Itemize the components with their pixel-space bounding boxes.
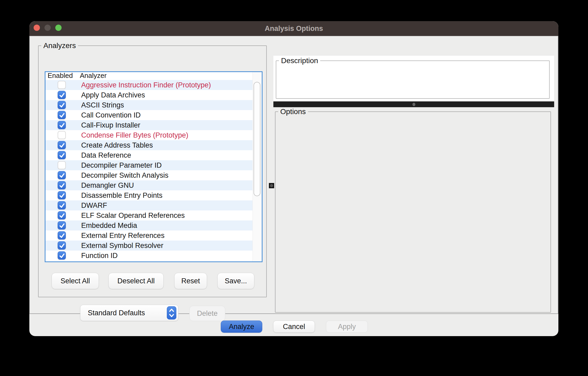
table-row[interactable]: Demangler GNU (45, 180, 253, 190)
analyzer-checkbox[interactable] (58, 131, 66, 139)
vertical-scrollbar[interactable] (252, 72, 262, 261)
table-row[interactable]: Apply Data Archives (45, 90, 253, 100)
table-row[interactable]: Function ID (45, 251, 253, 261)
dialog-content: Analyzers Enabled Analyzer Aggressive In… (29, 36, 558, 314)
deselect-all-button[interactable]: Deselect All (108, 273, 164, 289)
analyzer-checkbox[interactable] (58, 101, 66, 109)
analysis-options-dialog: Analysis Options Analyzers Enabled Analy… (29, 21, 558, 336)
analyzer-checkbox[interactable] (58, 81, 66, 89)
checkmark-icon (58, 191, 66, 200)
analyzer-name: Disassemble Entry Points (81, 191, 163, 200)
cancel-button[interactable]: Cancel (273, 321, 315, 333)
titlebar: Analysis Options (29, 21, 558, 36)
analyzer-name: External Symbol Resolver (81, 242, 163, 250)
table-row[interactable]: Call Convention ID (45, 110, 253, 120)
analyzer-checkbox[interactable] (58, 251, 66, 260)
table-row[interactable]: Aggressive Instruction Finder (Prototype… (45, 80, 253, 90)
analyzer-name: Function ID (81, 252, 118, 260)
analyzer-name: Call-Fixup Installer (81, 121, 140, 129)
analyzer-name: ELF Scalar Operand References (81, 211, 185, 220)
analyzer-checkbox[interactable] (58, 241, 66, 250)
table-row[interactable]: Create Address Tables (45, 140, 253, 150)
checkmark-icon (58, 232, 66, 240)
table-row[interactable]: Call-Fixup Installer (45, 120, 253, 130)
analyzer-table[interactable]: Enabled Analyzer Aggressive Instruction … (45, 71, 263, 262)
checkmark-icon (58, 101, 66, 109)
checkmark-icon (58, 121, 66, 129)
analyzer-checkbox[interactable] (58, 191, 66, 199)
analyzer-name: External Entry References (81, 232, 164, 240)
analyzer-name: Condense Filler Bytes (Prototype) (81, 131, 188, 139)
checkmark-icon (58, 252, 66, 260)
checkmark-icon (58, 141, 66, 149)
splitter-grip-icon (412, 103, 415, 106)
analyze-button[interactable]: Analyze (221, 321, 262, 333)
analyzer-checkbox[interactable] (58, 231, 66, 239)
analyzer-checkbox[interactable] (58, 161, 66, 169)
delete-button[interactable]: Delete (189, 306, 225, 321)
analyzers-group-label: Analyzers (41, 41, 78, 50)
table-row[interactable]: Embedded Media (45, 220, 253, 231)
analyzer-checkbox[interactable] (58, 141, 66, 149)
analyzer-name: Data Reference (81, 151, 131, 159)
apply-button[interactable]: Apply (326, 321, 368, 333)
analyzer-name: ASCII Strings (81, 101, 124, 109)
analyzer-rows: Aggressive Instruction Finder (Prototype… (45, 80, 253, 261)
table-row[interactable]: DWARF (45, 200, 253, 210)
checkmark-icon (58, 151, 66, 159)
description-group: Description (276, 60, 550, 99)
analyzer-checkbox[interactable] (58, 151, 66, 159)
options-group: Options (275, 111, 551, 313)
defaults-dropdown[interactable]: Standard Defaults (80, 305, 178, 321)
table-row[interactable]: External Symbol Resolver (45, 241, 253, 251)
analyzer-name: Apply Data Archives (81, 91, 145, 99)
analyzer-checkbox[interactable] (58, 121, 66, 129)
options-group-label: Options (278, 107, 308, 116)
window-title: Analysis Options (29, 21, 558, 36)
table-header: Enabled Analyzer (45, 72, 262, 80)
table-row[interactable]: Disassemble Entry Points (45, 190, 253, 200)
checkmark-icon (58, 222, 66, 230)
analyzer-name: Call Convention ID (81, 111, 141, 119)
analyzer-name: Create Address Tables (81, 141, 153, 149)
table-row[interactable]: Decompiler Switch Analysis (45, 170, 253, 180)
save-button[interactable]: Save... (217, 273, 254, 289)
analyzer-checkbox[interactable] (58, 171, 66, 179)
table-row[interactable]: ASCII Strings (45, 100, 253, 110)
popup-stepper-icon (167, 306, 176, 319)
analyzer-checkbox[interactable] (58, 211, 66, 219)
analyzer-name: Embedded Media (81, 222, 137, 230)
defaults-dropdown-value: Standard Defaults (88, 305, 145, 321)
checkmark-icon (58, 91, 66, 99)
scrollbar-thumb[interactable] (254, 82, 260, 196)
table-row[interactable]: Data Reference (45, 150, 253, 160)
checkmark-icon (58, 111, 66, 119)
checkmark-icon (58, 211, 66, 220)
analyzer-checkbox[interactable] (58, 221, 66, 229)
analyzer-name: Decompiler Parameter ID (81, 161, 162, 170)
column-header-analyzer: Analyzer (80, 72, 107, 80)
vertical-splitter-handle[interactable] (269, 183, 274, 188)
checkmark-icon (58, 201, 66, 210)
up-down-chevrons-icon (167, 306, 176, 319)
table-row[interactable]: ELF Scalar Operand References (45, 210, 253, 220)
table-row[interactable]: Decompiler Parameter ID (45, 160, 253, 170)
description-panel: Description (273, 56, 554, 101)
analyzer-name: Decompiler Switch Analysis (81, 171, 168, 180)
column-header-enabled: Enabled (48, 72, 73, 80)
analyzer-name: Demangler GNU (81, 181, 134, 190)
select-all-button[interactable]: Select All (52, 273, 99, 289)
analyzer-checkbox[interactable] (58, 111, 66, 119)
table-row[interactable]: External Entry References (45, 231, 253, 241)
reset-button[interactable]: Reset (174, 273, 207, 289)
horizontal-splitter[interactable] (273, 101, 554, 107)
analyzer-name: Aggressive Instruction Finder (Prototype… (81, 81, 211, 89)
analyzer-checkbox[interactable] (58, 181, 66, 189)
analyzer-checkbox[interactable] (58, 201, 66, 209)
table-row[interactable]: Condense Filler Bytes (Prototype) (45, 130, 253, 140)
description-group-label: Description (279, 57, 320, 65)
checkmark-icon (58, 181, 66, 190)
analyzer-name: DWARF (81, 201, 107, 210)
checkmark-icon (58, 242, 66, 250)
analyzer-checkbox[interactable] (58, 91, 66, 99)
